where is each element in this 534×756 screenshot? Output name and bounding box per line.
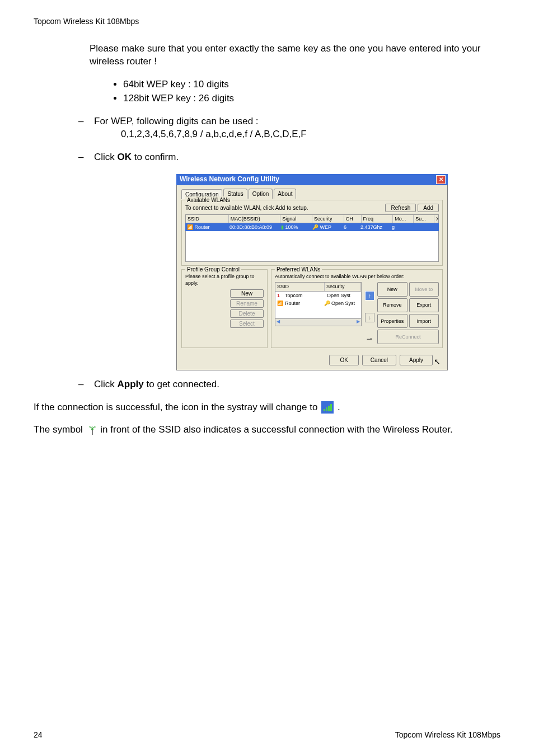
- pgc-hint: Please select a profile group to apply.: [185, 273, 264, 287]
- preferred-wlans: Preferred WLANs Automatically connect to…: [271, 269, 443, 348]
- symbol-line-post: in front of the SSID also indicates a su…: [100, 424, 452, 435]
- refresh-button[interactable]: Refresh: [385, 204, 416, 212]
- connection-antenna-icon: [88, 426, 96, 434]
- pref-hint: Automatically connect to available WLAN …: [275, 273, 439, 280]
- available-wlans-group: Available WLANs To connect to available …: [181, 200, 443, 266]
- dash-marker: –: [78, 378, 94, 391]
- wep-digits-list: 0,1,2,3,4,5,6,7,8,9 / a,b,c,d,e,f / A,B,…: [121, 128, 307, 141]
- tab-option[interactable]: Option: [249, 189, 273, 199]
- key-icon: 🔑: [312, 224, 318, 230]
- bullet-64bit: 64bit WEP key : 10 digits: [123, 78, 500, 91]
- paragraph-key-warning: Please make sure that you enter exactly …: [90, 43, 500, 68]
- ok-button[interactable]: OK: [329, 355, 358, 365]
- click-apply-post: to get connected.: [144, 379, 219, 389]
- pref-reconnect-button[interactable]: ReConnect: [377, 330, 439, 344]
- dialog-title: Wireless Network Config Utility: [180, 175, 279, 184]
- tab-about[interactable]: About: [274, 189, 296, 199]
- antenna-icon: 📶: [277, 300, 283, 307]
- doc-header: Topcom Wireless Kit 108Mbps: [34, 17, 500, 26]
- wlan-grid-header: SSID MAC(BSSID) Signal Security CH Freq …: [185, 214, 439, 223]
- systray-line-pre: If the connection is successful, the ico…: [34, 402, 320, 412]
- move-down-button[interactable]: ↓: [365, 313, 374, 322]
- footer-product: Topcom Wireless Kit 108Mbps: [395, 730, 500, 739]
- wep-digits-intro: For WEP, following digits can be used :: [94, 116, 259, 126]
- pref-legend: Preferred WLANs: [275, 266, 322, 274]
- screenshot-dialog: Wireless Network Config Utility ✕ Config…: [176, 174, 448, 370]
- dialog-titlebar: Wireless Network Config Utility ✕: [176, 174, 448, 185]
- cancel-button[interactable]: Cancel: [362, 355, 396, 365]
- pref-row[interactable]: 1 Topcom Open Syst: [275, 292, 361, 299]
- pref-row[interactable]: 📶 Router 🔑 Open Syst: [275, 299, 361, 307]
- move-up-button[interactable]: ↑: [365, 291, 374, 300]
- dash-marker: –: [78, 115, 94, 141]
- pgc-new-button[interactable]: New: [230, 289, 264, 298]
- cursor-icon: ↖: [434, 356, 441, 367]
- click-apply-pre: Click: [94, 379, 118, 389]
- antenna-icon: 📶: [187, 224, 195, 230]
- pref-moveto-button[interactable]: Move to: [409, 282, 439, 296]
- flag-icon: 1: [277, 292, 283, 299]
- pref-list[interactable]: 1 Topcom Open Syst 📶 Router 🔑 Open Syst: [275, 292, 362, 319]
- click-ok-bold: OK: [118, 152, 132, 162]
- pgc-select-button[interactable]: Select: [230, 320, 264, 328]
- pref-remove-button[interactable]: Remove: [377, 298, 407, 312]
- click-apply-bold: Apply: [118, 379, 144, 389]
- horizontal-scrollbar[interactable]: ◀ ▶: [275, 319, 362, 326]
- available-wlans-legend: Available WLANs: [185, 196, 232, 204]
- pgc-rename-button[interactable]: Rename: [230, 299, 264, 308]
- detach-icon[interactable]: ⊸: [365, 335, 374, 344]
- available-wlans-hint: To connect to available WLAN, click Add …: [185, 204, 308, 212]
- pgc-delete-button[interactable]: Delete: [230, 309, 264, 318]
- profile-group-control: Profile Group Control Please select a pr…: [181, 269, 268, 348]
- add-button[interactable]: Add: [418, 204, 439, 212]
- pref-import-button[interactable]: Import: [409, 314, 439, 328]
- symbol-line-pre: The symbol: [34, 424, 86, 435]
- apply-button[interactable]: Apply: [400, 355, 433, 365]
- wlan-row-selected[interactable]: 📶 Router 00:0D:88:B0:A8:09 ▮ 100% 🔑 WEP …: [185, 223, 439, 231]
- systray-signal-icon: [321, 401, 334, 414]
- dash-marker: –: [78, 151, 94, 164]
- pref-export-button[interactable]: Export: [409, 298, 439, 312]
- page-number: 24: [34, 730, 43, 739]
- pref-properties-button[interactable]: Properties: [377, 314, 407, 328]
- pref-new-button[interactable]: New: [377, 282, 407, 296]
- scroll-left-icon[interactable]: ◀: [277, 319, 280, 325]
- click-ok-post: to confirm.: [132, 152, 179, 162]
- wlan-grid-empty: [185, 231, 439, 262]
- scroll-right-icon[interactable]: ▶: [357, 319, 360, 325]
- pgc-legend: Profile Group Control: [185, 266, 241, 274]
- click-ok-pre: Click: [94, 152, 118, 162]
- bullet-128bit: 128bit WEP key : 26 digits: [123, 92, 500, 105]
- systray-line-post: .: [338, 402, 340, 412]
- close-icon[interactable]: ✕: [436, 175, 446, 184]
